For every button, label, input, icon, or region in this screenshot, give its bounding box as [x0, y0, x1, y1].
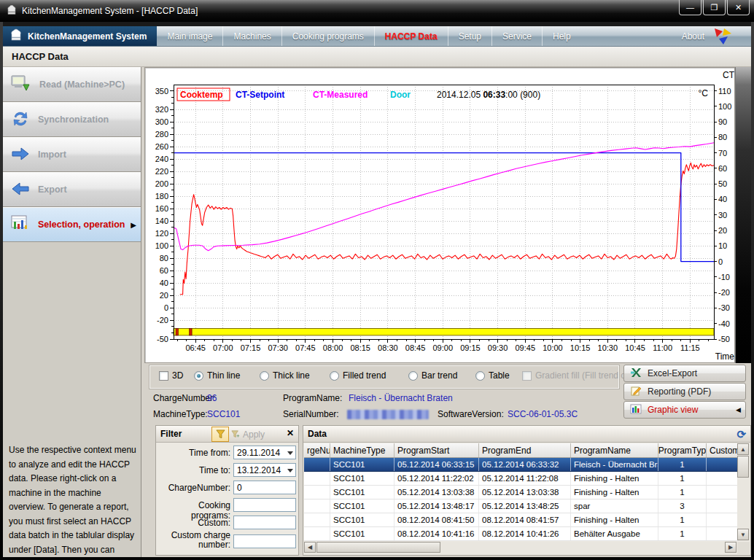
radio-filled-trend[interactable] [330, 371, 339, 381]
custom-charge-input[interactable] [237, 537, 295, 547]
svg-text:09:15: 09:15 [460, 343, 481, 352]
sidebar-item-import[interactable]: Import [3, 137, 141, 172]
scroll-left-icon[interactable]: ◀ [304, 542, 316, 553]
svg-text:07:45: 07:45 [295, 343, 316, 352]
filter-close-icon[interactable]: ✕ [287, 428, 294, 438]
menu-item-setup[interactable]: Setup [448, 26, 491, 46]
table-cell: 05.12.2014 11:22:02 [395, 472, 479, 485]
table-cell [707, 458, 739, 471]
cooking-programs-input[interactable] [237, 500, 295, 510]
close-button[interactable]: ✕ [727, 0, 750, 15]
table-row[interactable]: SCC10108.12.2014 10:41:1608.12.2014 10:4… [304, 527, 739, 541]
menu-item-cooking-programs[interactable]: Cooking programs [281, 26, 374, 46]
column-header[interactable]: ProgramName [571, 443, 658, 457]
menu-item-about[interactable]: About [682, 26, 704, 47]
minimize-button[interactable]: — [679, 0, 701, 15]
svg-text:11:15: 11:15 [680, 343, 700, 352]
table-cell: 1 [658, 513, 707, 526]
sidebar-item-selection-operation[interactable]: Selection, operation ▶ [3, 207, 141, 242]
charge-number-input[interactable] [237, 483, 295, 493]
reporting-pdf-button[interactable]: Reporting (PDF) [623, 383, 746, 400]
table-cell [707, 486, 739, 499]
time-from-label: Time from: [158, 448, 230, 458]
filter-apply-button[interactable]: Apply [231, 427, 265, 442]
svg-text:160: 160 [155, 204, 168, 213]
menu-item-main-image[interactable]: Main image [157, 26, 222, 46]
data-table-body: SCC10105.12.2014 06:33:1505.12.2014 06:3… [304, 458, 739, 541]
column-header[interactable]: MachineType [330, 443, 395, 457]
serial-number-label: SerialNumber: [283, 409, 339, 419]
sidebar-item-export[interactable]: Export [3, 172, 141, 207]
time-from-dropdown[interactable]: 29.11.2014 [233, 446, 296, 459]
menu-item-haccp-data[interactable]: HACCP Data [374, 26, 448, 46]
charge-number-input-wrap [233, 481, 296, 494]
sidebar: Read (Machine>PC) Synchronization Import… [3, 67, 141, 557]
software-version-value: SCC-06-01-05.3C [508, 409, 578, 419]
funnel-icon [216, 429, 225, 439]
excel-export-button[interactable]: Excel-Export [623, 365, 746, 382]
svg-text:10:45: 10:45 [625, 343, 645, 352]
radio-thin-line[interactable] [194, 371, 203, 381]
option-filled-trend[interactable]: Filled trend [330, 370, 386, 381]
table-row[interactable]: SCC10108.12.2014 08:41:5008.12.2014 08:4… [304, 513, 739, 527]
scroll-down-icon[interactable]: ▼ [737, 529, 749, 540]
vertical-scrollbar[interactable]: ▲ ▼ [737, 443, 750, 540]
custom-input[interactable] [237, 518, 295, 528]
column-header[interactable]: rgeNum [304, 443, 330, 457]
svg-text:-40: -40 [718, 319, 730, 328]
radio-bar-trend[interactable] [408, 371, 418, 381]
option-thin-line[interactable]: Thin line [194, 370, 240, 381]
column-header[interactable]: Custom nu [707, 443, 739, 457]
option-3d[interactable]: 3D [159, 370, 183, 381]
maximize-button[interactable]: ❐ [703, 0, 726, 15]
column-header[interactable]: ProgramTyp [658, 443, 707, 457]
svg-text:200: 200 [155, 179, 168, 188]
hscroll-thumb[interactable] [316, 542, 440, 553]
option-bar-trend[interactable]: Bar trend [408, 370, 457, 381]
option-thick-line[interactable]: Thick line [260, 370, 310, 381]
program-name-label: ProgramName: [283, 393, 342, 403]
svg-text:11:00: 11:00 [653, 343, 672, 352]
svg-text:10: 10 [718, 241, 727, 250]
refresh-icon[interactable]: ⟳ [736, 428, 746, 441]
menu-item-machines[interactable]: Machines [222, 26, 281, 46]
custom-input-wrap [233, 516, 296, 529]
column-header[interactable]: ProgramEnd [479, 443, 571, 457]
scroll-right-icon[interactable]: ▶ [725, 542, 736, 553]
table-row[interactable]: SCC10105.12.2014 13:48:1705.12.2014 13:4… [304, 499, 739, 513]
column-header[interactable]: ProgramStart [395, 443, 479, 457]
menu-item-help[interactable]: Help [542, 26, 581, 46]
time-to-label: Time to: [158, 465, 230, 475]
table-row[interactable]: SCC10105.12.2014 06:33:1505.12.2014 06:3… [304, 458, 739, 472]
graphic-view-button[interactable]: Graphic view ◀ [623, 401, 746, 419]
table-row[interactable]: SCC10105.12.2014 13:03:3805.12.2014 13:0… [304, 486, 739, 499]
horizontal-scrollbar[interactable]: ◀ ▶ [304, 542, 736, 554]
checkbox-3d[interactable] [159, 371, 168, 381]
time-to-dropdown[interactable]: 13.12.2014 [233, 463, 296, 477]
option-table[interactable]: Table [475, 370, 510, 381]
menu-brand[interactable]: KitchenManagement System [3, 26, 157, 46]
window-title: KitchenManagement System - [HACCP Data] [22, 6, 198, 16]
charge-number-label: ChargeNumber: [153, 393, 215, 403]
svg-text:09:00: 09:00 [432, 343, 453, 352]
filter-funnel-button[interactable] [211, 427, 229, 442]
svg-text:0: 0 [164, 303, 168, 312]
svg-text:100: 100 [155, 241, 168, 250]
application-window: KitchenManagement System - [HACCP Data] … [0, 0, 754, 560]
svg-text:09:45: 09:45 [516, 343, 536, 352]
sidebar-item-read-machine-pc[interactable]: Read (Machine>PC) [3, 67, 141, 102]
table-cell: SCC101 [330, 472, 395, 485]
radio-table[interactable] [475, 371, 485, 381]
vscroll-thumb[interactable] [737, 456, 749, 478]
table-cell: Finishing - Halten [571, 486, 658, 499]
chevron-down-icon [287, 469, 293, 472]
table-row[interactable]: SCC10105.12.2014 11:22:0205.12.2014 11:2… [304, 472, 739, 486]
scroll-up-icon[interactable]: ▲ [737, 443, 749, 455]
chevron-down-icon [287, 451, 293, 455]
scrollbar-corner [737, 542, 750, 554]
table-cell [304, 499, 330, 513]
sidebar-item-synchronization[interactable]: Synchronization [3, 102, 141, 137]
chart-vertical-scrollbar[interactable] [735, 67, 751, 363]
radio-thick-line[interactable] [260, 371, 269, 381]
menu-item-service[interactable]: Service [491, 26, 542, 46]
